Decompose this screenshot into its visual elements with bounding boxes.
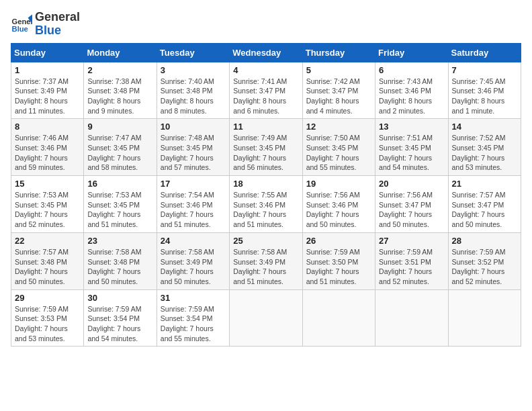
calendar-cell: 27Sunrise: 7:59 AM Sunset: 3:51 PM Dayli… — [375, 232, 448, 289]
day-info: Sunrise: 7:59 AM Sunset: 3:52 PM Dayligh… — [452, 247, 517, 287]
day-number: 23 — [87, 236, 152, 246]
day-number: 6 — [379, 65, 444, 75]
day-info: Sunrise: 7:42 AM Sunset: 3:47 PM Dayligh… — [306, 77, 371, 116]
day-number: 13 — [379, 122, 444, 132]
calendar-cell: 13Sunrise: 7:51 AM Sunset: 3:45 PM Dayli… — [375, 119, 448, 176]
calendar-cell: 10Sunrise: 7:48 AM Sunset: 3:45 PM Dayli… — [157, 119, 229, 176]
calendar-cell — [230, 289, 302, 347]
calendar-cell: 25Sunrise: 7:58 AM Sunset: 3:49 PM Dayli… — [230, 232, 302, 289]
day-info: Sunrise: 7:59 AM Sunset: 3:53 PM Dayligh… — [15, 304, 80, 344]
day-info: Sunrise: 7:56 AM Sunset: 3:47 PM Dayligh… — [379, 190, 444, 230]
day-number: 20 — [379, 179, 444, 189]
calendar-cell: 16Sunrise: 7:53 AM Sunset: 3:45 PM Dayli… — [84, 176, 157, 233]
day-info: Sunrise: 7:40 AM Sunset: 3:48 PM Dayligh… — [161, 77, 226, 116]
calendar-week-row: 1Sunrise: 7:37 AM Sunset: 3:49 PM Daylig… — [11, 62, 521, 119]
day-number: 29 — [15, 293, 80, 303]
day-number: 15 — [15, 179, 80, 189]
day-number: 10 — [161, 122, 226, 132]
calendar-cell: 26Sunrise: 7:59 AM Sunset: 3:50 PM Dayli… — [302, 232, 375, 289]
day-number: 4 — [233, 65, 298, 75]
weekday-header-sunday: Sunday — [11, 43, 84, 62]
calendar-cell: 3Sunrise: 7:40 AM Sunset: 3:48 PM Daylig… — [157, 62, 229, 119]
calendar-cell: 5Sunrise: 7:42 AM Sunset: 3:47 PM Daylig… — [302, 62, 375, 119]
calendar-cell: 1Sunrise: 7:37 AM Sunset: 3:49 PM Daylig… — [11, 62, 84, 119]
day-info: Sunrise: 7:49 AM Sunset: 3:45 PM Dayligh… — [233, 133, 298, 173]
logo: General Blue General Blue — [11, 11, 80, 38]
calendar-cell: 24Sunrise: 7:58 AM Sunset: 3:49 PM Dayli… — [157, 232, 229, 289]
day-info: Sunrise: 7:55 AM Sunset: 3:46 PM Dayligh… — [233, 190, 298, 230]
calendar-cell: 31Sunrise: 7:59 AM Sunset: 3:54 PM Dayli… — [157, 289, 229, 347]
logo-text: General Blue — [35, 11, 80, 38]
day-number: 26 — [306, 236, 371, 246]
calendar-cell: 29Sunrise: 7:59 AM Sunset: 3:53 PM Dayli… — [11, 289, 84, 347]
calendar-cell: 18Sunrise: 7:55 AM Sunset: 3:46 PM Dayli… — [230, 176, 302, 233]
day-info: Sunrise: 7:59 AM Sunset: 3:51 PM Dayligh… — [379, 247, 444, 287]
day-number: 9 — [87, 122, 152, 132]
day-info: Sunrise: 7:58 AM Sunset: 3:48 PM Dayligh… — [87, 247, 152, 287]
day-info: Sunrise: 7:47 AM Sunset: 3:45 PM Dayligh… — [87, 133, 152, 173]
day-number: 19 — [306, 179, 371, 189]
calendar-cell: 2Sunrise: 7:38 AM Sunset: 3:48 PM Daylig… — [84, 62, 157, 119]
day-info: Sunrise: 7:59 AM Sunset: 3:54 PM Dayligh… — [161, 304, 226, 344]
calendar-cell: 20Sunrise: 7:56 AM Sunset: 3:47 PM Dayli… — [375, 176, 448, 233]
calendar-cell — [375, 289, 448, 347]
day-info: Sunrise: 7:38 AM Sunset: 3:48 PM Dayligh… — [87, 77, 152, 116]
weekday-header-wednesday: Wednesday — [230, 43, 302, 62]
day-info: Sunrise: 7:37 AM Sunset: 3:49 PM Dayligh… — [15, 77, 80, 116]
calendar-cell: 6Sunrise: 7:43 AM Sunset: 3:46 PM Daylig… — [375, 62, 448, 119]
day-number: 31 — [161, 293, 226, 303]
weekday-header-monday: Monday — [84, 43, 157, 62]
calendar-cell: 23Sunrise: 7:58 AM Sunset: 3:48 PM Dayli… — [84, 232, 157, 289]
calendar-cell: 9Sunrise: 7:47 AM Sunset: 3:45 PM Daylig… — [84, 119, 157, 176]
day-info: Sunrise: 7:52 AM Sunset: 3:45 PM Dayligh… — [452, 133, 517, 173]
calendar-cell: 21Sunrise: 7:57 AM Sunset: 3:47 PM Dayli… — [448, 176, 521, 233]
day-info: Sunrise: 7:58 AM Sunset: 3:49 PM Dayligh… — [233, 247, 298, 287]
day-number: 21 — [452, 179, 517, 189]
day-info: Sunrise: 7:59 AM Sunset: 3:54 PM Dayligh… — [87, 304, 152, 344]
day-info: Sunrise: 7:53 AM Sunset: 3:45 PM Dayligh… — [15, 190, 80, 230]
day-number: 7 — [452, 65, 517, 75]
day-info: Sunrise: 7:57 AM Sunset: 3:47 PM Dayligh… — [452, 190, 517, 230]
day-number: 30 — [87, 293, 152, 303]
day-number: 5 — [306, 65, 371, 75]
calendar-cell: 12Sunrise: 7:50 AM Sunset: 3:45 PM Dayli… — [302, 119, 375, 176]
calendar-cell: 17Sunrise: 7:54 AM Sunset: 3:46 PM Dayli… — [157, 176, 229, 233]
day-number: 8 — [15, 122, 80, 132]
calendar-cell: 4Sunrise: 7:41 AM Sunset: 3:47 PM Daylig… — [230, 62, 302, 119]
day-number: 17 — [161, 179, 226, 189]
day-number: 1 — [15, 65, 80, 75]
calendar-cell: 11Sunrise: 7:49 AM Sunset: 3:45 PM Dayli… — [230, 119, 302, 176]
day-number: 18 — [233, 179, 298, 189]
calendar-cell: 8Sunrise: 7:46 AM Sunset: 3:46 PM Daylig… — [11, 119, 84, 176]
calendar-week-row: 15Sunrise: 7:53 AM Sunset: 3:45 PM Dayli… — [11, 176, 521, 233]
day-info: Sunrise: 7:57 AM Sunset: 3:48 PM Dayligh… — [15, 247, 80, 287]
svg-text:Blue: Blue — [12, 25, 28, 33]
day-number: 16 — [87, 179, 152, 189]
calendar-cell: 30Sunrise: 7:59 AM Sunset: 3:54 PM Dayli… — [84, 289, 157, 347]
calendar-cell: 14Sunrise: 7:52 AM Sunset: 3:45 PM Dayli… — [448, 119, 521, 176]
weekday-header-tuesday: Tuesday — [157, 43, 229, 62]
day-number: 2 — [87, 65, 152, 75]
calendar-week-row: 29Sunrise: 7:59 AM Sunset: 3:53 PM Dayli… — [11, 289, 521, 347]
day-info: Sunrise: 7:56 AM Sunset: 3:46 PM Dayligh… — [306, 190, 371, 230]
day-info: Sunrise: 7:51 AM Sunset: 3:45 PM Dayligh… — [379, 133, 444, 173]
calendar-cell: 7Sunrise: 7:45 AM Sunset: 3:46 PM Daylig… — [448, 62, 521, 119]
calendar-cell — [302, 289, 375, 347]
weekday-header-thursday: Thursday — [302, 43, 375, 62]
header: General Blue General Blue — [11, 11, 521, 38]
day-number: 11 — [233, 122, 298, 132]
day-info: Sunrise: 7:59 AM Sunset: 3:50 PM Dayligh… — [306, 247, 371, 287]
day-number: 24 — [161, 236, 226, 246]
day-info: Sunrise: 7:45 AM Sunset: 3:46 PM Dayligh… — [452, 77, 517, 116]
day-info: Sunrise: 7:46 AM Sunset: 3:46 PM Dayligh… — [15, 133, 80, 173]
day-info: Sunrise: 7:58 AM Sunset: 3:49 PM Dayligh… — [161, 247, 226, 287]
calendar-cell: 15Sunrise: 7:53 AM Sunset: 3:45 PM Dayli… — [11, 176, 84, 233]
day-number: 12 — [306, 122, 371, 132]
calendar-cell: 22Sunrise: 7:57 AM Sunset: 3:48 PM Dayli… — [11, 232, 84, 289]
day-info: Sunrise: 7:54 AM Sunset: 3:46 PM Dayligh… — [161, 190, 226, 230]
calendar-cell — [448, 289, 521, 347]
calendar-table: SundayMondayTuesdayWednesdayThursdayFrid… — [11, 43, 521, 347]
calendar-week-row: 22Sunrise: 7:57 AM Sunset: 3:48 PM Dayli… — [11, 232, 521, 289]
day-info: Sunrise: 7:48 AM Sunset: 3:45 PM Dayligh… — [161, 133, 226, 173]
day-info: Sunrise: 7:41 AM Sunset: 3:47 PM Dayligh… — [233, 77, 298, 116]
